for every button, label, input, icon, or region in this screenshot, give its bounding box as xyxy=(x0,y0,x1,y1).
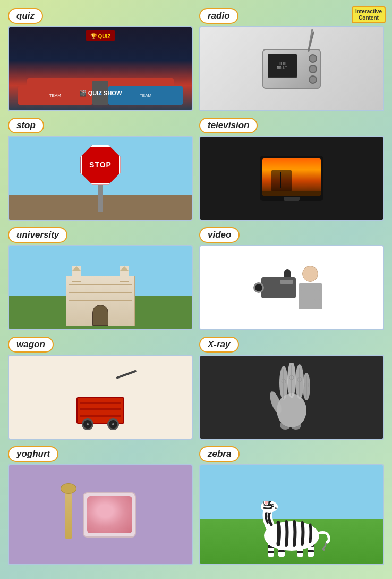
image-university xyxy=(8,245,193,330)
svg-point-10 xyxy=(280,421,291,430)
wagon-assembly xyxy=(76,387,124,424)
tv-tree xyxy=(271,170,292,191)
label-video: video xyxy=(199,227,240,243)
wagon-plank-3 xyxy=(80,415,121,417)
uni-tower-left-roof xyxy=(72,266,81,271)
image-yoghurt xyxy=(8,464,193,565)
radio-knob-1 xyxy=(309,54,317,63)
svg-point-32 xyxy=(275,507,277,509)
vocabulary-grid: quiz 🏆 QUIZ TEAM 👤 xyxy=(5,5,387,568)
card-radio: radio ||| |||fm am xyxy=(199,8,384,111)
label-quiz: quiz xyxy=(8,8,43,24)
spoon-bowl xyxy=(61,483,76,494)
stop-sign: STOP xyxy=(81,145,121,185)
wagon-illustration xyxy=(9,356,192,439)
svg-rect-23 xyxy=(278,550,285,552)
tv-group xyxy=(260,156,323,201)
card-xray: X-ray xyxy=(199,337,384,440)
wagon-plank-2 xyxy=(80,408,121,410)
uni-line-2 xyxy=(69,292,132,293)
yoghurt-illustration xyxy=(9,465,192,564)
university-building xyxy=(66,276,135,326)
image-quiz: 🏆 QUIZ TEAM 👤 TEAM xyxy=(8,26,193,111)
zebra-illustration xyxy=(200,465,383,564)
card-quiz: quiz 🏆 QUIZ TEAM 👤 xyxy=(8,8,193,111)
image-stop: STOP xyxy=(8,136,193,221)
image-zebra xyxy=(199,464,384,565)
label-television: television xyxy=(199,118,258,133)
person-head xyxy=(302,266,318,282)
uni-tower-right xyxy=(120,266,129,282)
label-university: university xyxy=(8,227,67,243)
svg-rect-21 xyxy=(268,551,274,553)
video-illustration xyxy=(200,246,383,329)
label-zebra: zebra xyxy=(199,446,240,462)
radio-knobs xyxy=(309,54,317,84)
xray-illustration xyxy=(200,356,383,439)
person-arms xyxy=(301,288,320,301)
wagon-body xyxy=(76,397,124,424)
uni-line-3 xyxy=(69,300,132,301)
uni-tower-right-roof xyxy=(120,266,129,271)
svg-point-11 xyxy=(291,421,301,430)
badge-line1: Interactive xyxy=(355,9,382,14)
image-video xyxy=(199,245,384,330)
card-video: video xyxy=(199,227,384,330)
uni-line-1 xyxy=(69,284,132,285)
uni-tower-left xyxy=(72,266,81,282)
svg-rect-27 xyxy=(308,550,314,552)
image-wagon xyxy=(8,355,193,440)
stop-sign-group: STOP xyxy=(81,145,121,212)
wagon-wheel-left xyxy=(82,418,93,430)
svg-rect-25 xyxy=(297,551,303,553)
xray-hand-svg xyxy=(265,363,318,432)
radio-antenna xyxy=(308,29,313,52)
tv-illustration xyxy=(200,137,383,220)
card-television: television xyxy=(199,118,384,221)
cameraman-group xyxy=(261,266,322,309)
label-radio: radio xyxy=(199,8,238,24)
spoon-handle xyxy=(65,491,72,539)
interactive-content-badge: Interactive Content xyxy=(352,6,386,23)
quiz-team-left: TEAM xyxy=(49,93,61,98)
yoghurt-container xyxy=(83,492,136,538)
label-wagon: wagon xyxy=(8,337,54,353)
quiz-host: 👤 xyxy=(98,91,103,95)
radio-body: ||| |||fm am xyxy=(262,49,321,89)
image-radio: ||| |||fm am xyxy=(199,26,384,111)
label-stop: stop xyxy=(8,118,44,133)
quiz-team-right: TEAM xyxy=(140,93,151,98)
spoon-group xyxy=(65,491,72,539)
card-wagon: wagon xyxy=(8,337,193,440)
stop-sign-text: STOP xyxy=(89,161,112,169)
card-university: university xyxy=(8,227,193,330)
image-xray xyxy=(199,355,384,440)
wheel-hub-left xyxy=(87,423,89,425)
radio-knob-2 xyxy=(309,65,317,73)
stop-post xyxy=(98,185,103,212)
camera-viewfinder xyxy=(280,280,293,284)
radio-illustration: ||| |||fm am xyxy=(200,27,383,110)
radio-display-text: ||| |||fm am xyxy=(277,61,287,69)
wagon-handle xyxy=(116,370,137,379)
camera-assembly xyxy=(261,277,296,298)
badge-line2: Content xyxy=(359,15,379,21)
svg-point-31 xyxy=(272,505,274,506)
arm-left xyxy=(301,288,306,301)
label-yoghurt: yoghurt xyxy=(8,446,58,462)
tv-horizon xyxy=(262,191,321,196)
radio-knob-3 xyxy=(309,75,317,84)
card-stop: stop STOP xyxy=(8,118,193,221)
person-body xyxy=(299,283,322,309)
tv-screen xyxy=(262,158,321,196)
tv-stand xyxy=(284,197,300,201)
svg-point-30 xyxy=(271,504,274,507)
stop-illustration: STOP xyxy=(9,137,192,220)
camera-body xyxy=(261,277,296,298)
wagon-plank-1 xyxy=(80,402,121,404)
quiz-show-title: 🏆 QUIZ xyxy=(90,33,111,39)
quiz-illustration: 🏆 QUIZ TEAM 👤 TEAM xyxy=(9,27,192,110)
card-yoghurt: yoghurt xyxy=(8,446,193,565)
wagon-wheel-right xyxy=(107,418,119,430)
image-television xyxy=(199,136,384,221)
